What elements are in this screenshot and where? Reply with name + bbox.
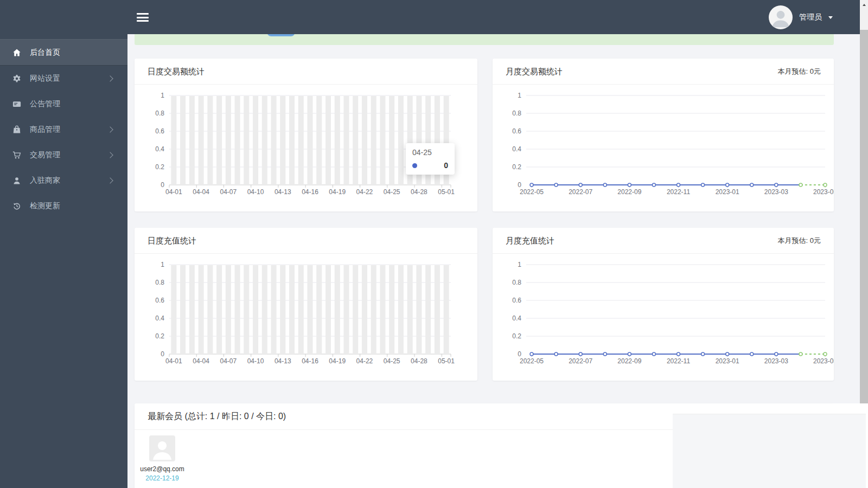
chevron-right-icon bbox=[107, 152, 113, 158]
svg-text:04-07: 04-07 bbox=[220, 188, 237, 196]
monthly-estimate: 本月预估: 0元 bbox=[778, 59, 821, 84]
cart-icon bbox=[12, 150, 22, 160]
svg-text:2023-05: 2023-05 bbox=[813, 188, 834, 196]
svg-text:0.8: 0.8 bbox=[155, 279, 164, 286]
tooltip-date: 04-25 bbox=[412, 148, 448, 157]
chevron-right-icon bbox=[107, 126, 113, 132]
svg-text:2022-07: 2022-07 bbox=[569, 357, 592, 365]
series-dot-icon bbox=[412, 163, 417, 168]
svg-text:0.6: 0.6 bbox=[155, 297, 164, 304]
announcement-icon bbox=[12, 99, 22, 109]
chart-tooltip: 04-25 0 bbox=[406, 143, 455, 175]
svg-text:2022-11: 2022-11 bbox=[667, 357, 690, 365]
bag-icon bbox=[12, 125, 22, 134]
sidebar-item-check-update[interactable]: 检测更新 bbox=[0, 193, 127, 219]
gear-icon bbox=[12, 74, 22, 84]
svg-text:04-19: 04-19 bbox=[329, 188, 346, 196]
svg-text:2023-03: 2023-03 bbox=[764, 357, 788, 365]
svg-text:0: 0 bbox=[161, 181, 164, 189]
daily-recharge-chart: 10.80.60.40.2004-0104-0404-0704-1004-130… bbox=[135, 253, 477, 381]
svg-text:04-01: 04-01 bbox=[165, 357, 182, 365]
svg-text:04-22: 04-22 bbox=[356, 188, 373, 196]
svg-text:1: 1 bbox=[161, 92, 164, 99]
svg-text:0: 0 bbox=[518, 181, 521, 189]
svg-text:0.8: 0.8 bbox=[512, 279, 521, 286]
scrollbar-up-button[interactable] bbox=[860, 0, 868, 9]
svg-text:2022-07: 2022-07 bbox=[569, 188, 592, 196]
success-alert bbox=[135, 33, 834, 45]
svg-text:2022-09: 2022-09 bbox=[617, 357, 641, 365]
tooltip-value: 0 bbox=[444, 161, 448, 170]
sidebar-item-home[interactable]: 后台首页 bbox=[0, 39, 127, 66]
chevron-right-icon bbox=[107, 75, 113, 81]
corner-overlay-box bbox=[673, 403, 868, 488]
svg-text:2022-09: 2022-09 bbox=[617, 188, 641, 196]
card-title: 日度充值统计 bbox=[148, 228, 196, 253]
monthly-trade-chart: 10.80.60.40.202022-052022-072022-092022-… bbox=[493, 84, 834, 211]
person-icon bbox=[769, 5, 793, 29]
svg-text:2023-01: 2023-01 bbox=[716, 188, 739, 196]
daily-recharge-card: 日度充值统计 10.80.60.40.2004-0104-0404-0704-1… bbox=[135, 228, 477, 381]
user-avatar bbox=[769, 5, 793, 29]
svg-text:04-28: 04-28 bbox=[411, 188, 427, 196]
hamburger-menu-icon[interactable] bbox=[137, 13, 149, 22]
svg-text:04-19: 04-19 bbox=[329, 357, 346, 365]
chevron-down-icon bbox=[828, 16, 833, 19]
card-title: 日度交易额统计 bbox=[148, 59, 205, 84]
top-bar: 管理员 bbox=[127, 0, 868, 34]
sidebar-item-merchants[interactable]: 入驻商家 bbox=[0, 168, 127, 193]
svg-text:0.2: 0.2 bbox=[155, 332, 164, 340]
svg-text:04-22: 04-22 bbox=[356, 357, 373, 365]
svg-text:0.2: 0.2 bbox=[512, 163, 521, 171]
person-icon bbox=[149, 435, 175, 461]
sidebar-item-products[interactable]: 商品管理 bbox=[0, 117, 127, 142]
user-name: 管理员 bbox=[799, 12, 822, 22]
svg-text:2023-05: 2023-05 bbox=[813, 357, 834, 365]
sidebar-item-site-settings[interactable]: 网站设置 bbox=[0, 66, 127, 91]
member-avatar bbox=[149, 435, 175, 461]
home-icon bbox=[12, 48, 22, 57]
update-icon bbox=[12, 201, 22, 211]
svg-text:2022-05: 2022-05 bbox=[520, 188, 544, 196]
svg-text:04-10: 04-10 bbox=[247, 188, 264, 196]
monthly-recharge-chart: 10.80.60.40.202022-052022-072022-092022-… bbox=[493, 253, 834, 381]
svg-text:1: 1 bbox=[518, 261, 521, 268]
svg-text:2022-11: 2022-11 bbox=[667, 188, 690, 196]
svg-text:05-01: 05-01 bbox=[438, 188, 455, 196]
sidebar-item-announcements[interactable]: 公告管理 bbox=[0, 91, 127, 117]
monthly-trade-card: 月度交易额统计 本月预估: 0元 10.80.60.40.202022-0520… bbox=[493, 59, 834, 211]
chevron-right-icon bbox=[107, 177, 113, 183]
arrow-up-icon bbox=[863, 4, 866, 6]
sidebar-menu: 后台首页 网站设置 公告管理 商品管理 交易管理 bbox=[0, 39, 127, 219]
svg-text:2023-03: 2023-03 bbox=[764, 188, 788, 196]
svg-text:04-10: 04-10 bbox=[247, 357, 264, 365]
svg-text:0.6: 0.6 bbox=[512, 297, 521, 304]
sidebar-item-trades[interactable]: 交易管理 bbox=[0, 142, 127, 168]
svg-text:04-25: 04-25 bbox=[384, 188, 400, 196]
svg-text:04-04: 04-04 bbox=[193, 357, 209, 365]
sidebar: 后台首页 网站设置 公告管理 商品管理 交易管理 bbox=[0, 0, 127, 488]
svg-text:0.4: 0.4 bbox=[512, 145, 521, 153]
member-date-link[interactable]: 2022-12-19 bbox=[135, 474, 190, 482]
corner-overlay-inner bbox=[673, 414, 866, 488]
svg-text:0.6: 0.6 bbox=[512, 127, 521, 135]
user-dropdown[interactable]: 管理员 bbox=[769, 0, 833, 34]
svg-text:04-16: 04-16 bbox=[302, 357, 318, 365]
svg-text:04-13: 04-13 bbox=[275, 357, 291, 365]
card-title: 月度充值统计 bbox=[506, 228, 554, 253]
monthly-estimate: 本月预估: 0元 bbox=[778, 228, 821, 253]
svg-text:0: 0 bbox=[161, 350, 164, 358]
svg-text:04-16: 04-16 bbox=[302, 188, 318, 196]
svg-text:0.8: 0.8 bbox=[155, 110, 164, 117]
svg-text:0.2: 0.2 bbox=[155, 163, 164, 171]
svg-text:0.2: 0.2 bbox=[512, 332, 521, 340]
svg-text:2023-01: 2023-01 bbox=[716, 357, 739, 365]
svg-text:04-07: 04-07 bbox=[220, 357, 237, 365]
svg-text:04-04: 04-04 bbox=[193, 188, 209, 196]
svg-text:04-28: 04-28 bbox=[411, 357, 427, 365]
daily-trade-card: 日度交易额统计 10.80.60.40.2004-0104-0404-0704-… bbox=[135, 59, 477, 211]
svg-text:04-25: 04-25 bbox=[384, 357, 400, 365]
svg-text:04-01: 04-01 bbox=[165, 188, 182, 196]
svg-text:0.4: 0.4 bbox=[155, 145, 164, 153]
member-email: user2@qq.com bbox=[135, 465, 190, 473]
